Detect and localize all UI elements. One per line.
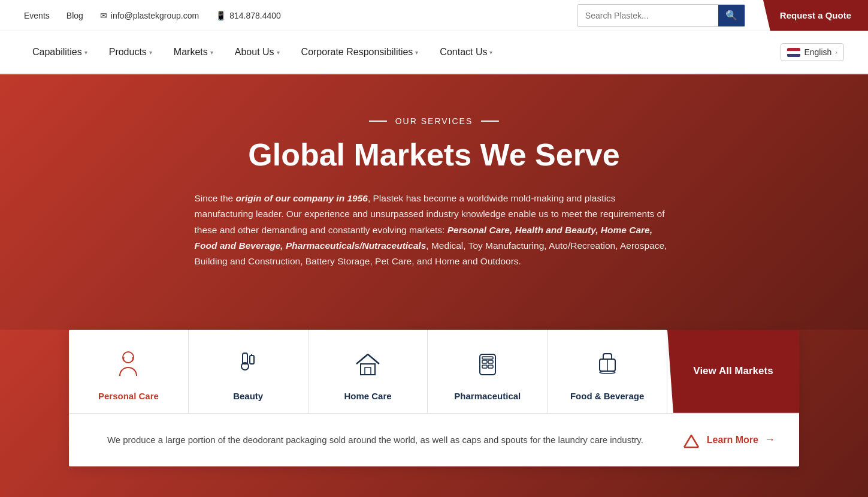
email-address: info@plastekgroup.com: [111, 11, 199, 20]
tab-beauty[interactable]: Beauty: [189, 330, 309, 413]
right-line-decoration: [481, 121, 499, 122]
services-label: OUR SERVICES: [24, 116, 844, 126]
markets-tabs: Personal Care Beauty: [69, 330, 799, 414]
chevron-right-icon: ›: [835, 49, 837, 56]
email-contact: ✉ info@plastekgroup.com: [100, 11, 199, 20]
tab-personal-care-label: Personal Care: [98, 391, 159, 401]
nav-links: Capabilities ▾ Products ▾ Markets ▾ Abou…: [24, 31, 781, 74]
phone-icon: 📱: [216, 11, 226, 20]
nav-capabilities[interactable]: Capabilities ▾: [24, 31, 96, 74]
language-label: English: [804, 47, 831, 57]
nav-markets[interactable]: Markets ▾: [165, 31, 222, 74]
svg-rect-3: [250, 356, 254, 364]
chevron-down-icon: ▾: [84, 49, 87, 56]
svg-rect-10: [482, 365, 487, 368]
search-bar[interactable]: 🔍: [577, 4, 745, 27]
tab-beauty-label: Beauty: [233, 391, 263, 401]
svg-rect-9: [488, 360, 493, 363]
request-quote-button[interactable]: Request a Quote: [763, 0, 868, 31]
learn-more-link[interactable]: Learn More →: [682, 430, 775, 450]
tab-pharmaceutical-label: Pharmaceutical: [454, 391, 521, 401]
markets-info-bar: We produce a large portion of the deodor…: [69, 414, 799, 466]
top-bar: Events Blog ✉ info@plastekgroup.com 📱 81…: [0, 0, 868, 31]
food-beverage-icon: [589, 347, 625, 382]
svg-rect-8: [482, 360, 487, 363]
left-line-decoration: [369, 121, 387, 122]
tab-pharmaceutical[interactable]: Pharmaceutical: [428, 330, 548, 413]
origin-text: origin of our company in 1956: [235, 193, 367, 203]
top-bar-left: Events Blog ✉ info@plastekgroup.com 📱 81…: [24, 11, 559, 20]
nav-corporate[interactable]: Corporate Responsibilities ▾: [293, 31, 427, 74]
chevron-down-icon: ▾: [489, 49, 492, 56]
nav-products[interactable]: Products ▾: [101, 31, 161, 74]
chevron-down-icon: ▾: [277, 49, 280, 56]
us-flag-icon: [787, 48, 800, 57]
home-care-icon: [350, 347, 386, 382]
pharmaceutical-icon: [470, 347, 506, 382]
learn-more-label: Learn More: [707, 435, 758, 445]
hero-title: Global Markets We Serve: [24, 137, 844, 173]
learn-more-icon: [682, 430, 701, 450]
nav-about[interactable]: About Us ▾: [226, 31, 288, 74]
svg-rect-5: [361, 364, 375, 375]
markets-card: Personal Care Beauty: [69, 330, 799, 466]
hero-description: Since the origin of our company in 1956,…: [195, 191, 674, 270]
hero-section: OUR SERVICES Global Markets We Serve Sin…: [0, 74, 868, 330]
phone-contact: 📱 814.878.4400: [216, 11, 281, 20]
tab-food-beverage[interactable]: Food & Beverage: [548, 330, 667, 413]
events-link[interactable]: Events: [24, 11, 50, 20]
svg-point-15: [600, 371, 615, 373]
nav-bar: Capabilities ▾ Products ▾ Markets ▾ Abou…: [0, 31, 868, 74]
tab-food-beverage-label: Food & Beverage: [570, 391, 644, 401]
personal-care-icon: [110, 347, 146, 382]
nav-contact[interactable]: Contact Us ▾: [431, 31, 501, 74]
chevron-down-icon: ▾: [415, 49, 418, 56]
search-icon: 🔍: [725, 10, 737, 21]
svg-rect-12: [482, 357, 493, 359]
tab-home-care-label: Home Care: [344, 391, 391, 401]
blog-link[interactable]: Blog: [66, 11, 83, 20]
arrow-right-icon: →: [764, 433, 775, 446]
markets-info-text: We produce a large portion of the deodor…: [93, 433, 658, 447]
search-input[interactable]: [578, 5, 718, 26]
search-button[interactable]: 🔍: [718, 5, 745, 26]
svg-rect-6: [365, 368, 371, 375]
tab-home-care[interactable]: Home Care: [309, 330, 428, 413]
markets-list-bold: Personal Care, Health and Beauty, Home C…: [195, 225, 652, 251]
svg-rect-11: [488, 365, 493, 368]
view-all-markets-button[interactable]: View All Markets: [667, 330, 799, 413]
email-icon: ✉: [100, 11, 107, 20]
phone-number: 814.878.4400: [229, 11, 281, 20]
chevron-down-icon: ▾: [210, 49, 213, 56]
beauty-icon: [230, 347, 266, 382]
tab-personal-care[interactable]: Personal Care: [69, 330, 189, 413]
language-selector[interactable]: English ›: [781, 43, 844, 61]
chevron-down-icon: ▾: [149, 49, 152, 56]
